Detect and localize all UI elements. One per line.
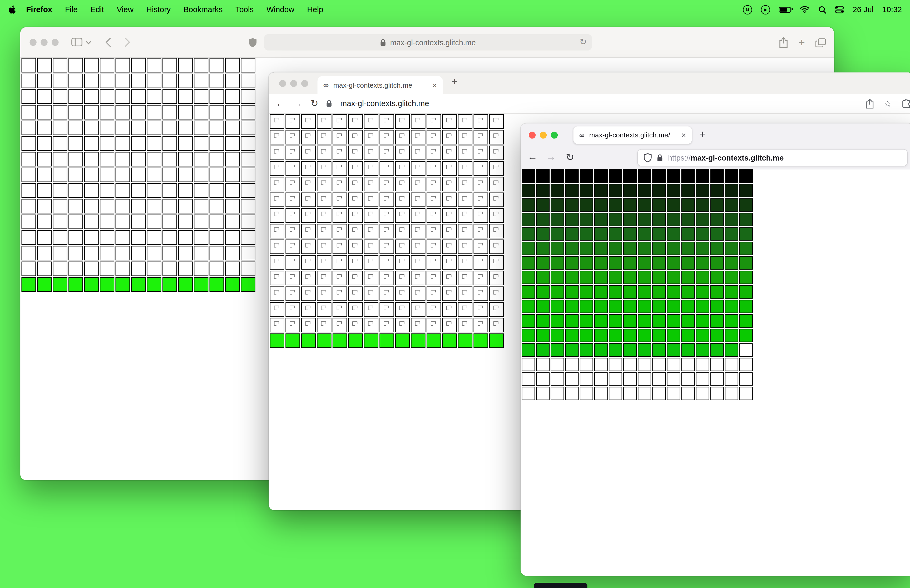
menu-help[interactable]: Help [301, 5, 330, 14]
reload-button[interactable]: ↻ [310, 98, 318, 109]
privacy-shield-icon[interactable] [248, 38, 257, 47]
canvas-cell [565, 256, 579, 270]
forward-button[interactable]: → [546, 151, 556, 163]
broken-image-icon [368, 243, 373, 248]
canvas-cell [225, 121, 239, 135]
tab-overview-button[interactable] [815, 38, 826, 47]
new-tab-button[interactable]: + [699, 128, 705, 140]
sidebar-chevron-button[interactable] [86, 41, 91, 44]
new-tab-button[interactable]: + [452, 75, 457, 87]
url-bar[interactable]: max-gl-contexts.glitch.me ↻ [264, 34, 592, 50]
play-icon[interactable]: ▶ [761, 5, 770, 14]
url-text: https://max-gl-contexts.glitch.me [668, 153, 784, 162]
zoom-window-button[interactable] [551, 132, 558, 139]
forward-button[interactable] [125, 38, 130, 47]
extensions-puzzle-icon[interactable] [902, 99, 910, 108]
minimize-window-button[interactable] [540, 132, 546, 139]
menu-file[interactable]: File [59, 5, 84, 14]
battery-icon[interactable] [779, 6, 791, 12]
minimize-window-button[interactable] [40, 39, 47, 46]
wifi-icon[interactable] [800, 6, 810, 13]
menu-bar-time[interactable]: 10:32 [883, 5, 902, 14]
browser-tab[interactable]: ∞ max-gl-contexts.glitch.me × [318, 76, 443, 94]
back-button[interactable]: ← [528, 151, 537, 163]
zoom-window-button[interactable] [301, 80, 308, 87]
bookmark-star-button[interactable]: ☆ [884, 98, 892, 109]
sidebar-toggle-button[interactable] [71, 38, 82, 46]
canvas-cell [68, 136, 83, 151]
canvas-cell [522, 271, 535, 284]
lock-icon[interactable] [327, 100, 332, 107]
zoom-window-button[interactable] [52, 39, 58, 46]
app-menu-firefox[interactable]: Firefox [20, 5, 59, 14]
broken-image-icon [478, 228, 483, 232]
reload-button[interactable]: ↻ [580, 37, 587, 47]
menu-window[interactable]: Window [260, 5, 301, 14]
reload-button[interactable]: ↻ [566, 151, 574, 163]
canvas-cell [609, 358, 622, 371]
lock-icon[interactable] [657, 154, 663, 162]
canvas-cell [364, 302, 378, 317]
canvas-cell [317, 192, 331, 207]
broken-image-icon [478, 118, 483, 123]
apple-menu[interactable] [8, 5, 16, 14]
canvas-cell [594, 358, 608, 371]
canvas-cell [395, 271, 410, 285]
broken-image-icon [399, 196, 404, 201]
menu-bookmarks[interactable]: Bookmarks [177, 5, 229, 14]
close-window-button[interactable] [529, 132, 535, 139]
close-window-button[interactable] [279, 80, 286, 87]
canvas-cell [68, 262, 83, 276]
canvas-cell [241, 58, 255, 73]
back-button[interactable]: ← [276, 98, 285, 109]
broken-image-icon [305, 180, 310, 185]
canvas-cell [194, 215, 208, 229]
canvas-cell [594, 285, 608, 299]
canvas-cell [681, 256, 695, 270]
back-button[interactable] [105, 38, 111, 47]
url-text[interactable]: max-gl-contexts.glitch.me [340, 99, 429, 108]
canvas-cell [489, 302, 504, 317]
share-button[interactable] [779, 37, 788, 48]
close-tab-button[interactable]: × [432, 80, 437, 89]
tracking-shield-icon[interactable] [643, 153, 652, 162]
canvas-cell [270, 114, 284, 129]
canvas-cell [68, 89, 83, 104]
share-icon [865, 98, 874, 109]
menu-bar-date[interactable]: 26 Jul [853, 5, 873, 14]
share-button[interactable] [865, 98, 874, 109]
grammarly-icon[interactable]: G [743, 5, 752, 14]
canvas-cell [696, 242, 710, 255]
safari-toolbar-right: + [779, 37, 826, 48]
new-tab-button[interactable]: + [798, 38, 805, 47]
canvas-cell [623, 329, 637, 342]
url-bar[interactable]: https://max-gl-contexts.glitch.me [638, 150, 907, 166]
menu-edit[interactable]: Edit [84, 5, 110, 14]
browser-tab[interactable]: ∞ max-gl-contexts.glitch.me/ × [574, 126, 692, 144]
canvas-cell [522, 169, 535, 183]
broken-image-icon [336, 149, 342, 154]
menu-tools[interactable]: Tools [229, 5, 260, 14]
broken-image-icon [384, 228, 389, 232]
url-scheme: https:// [668, 153, 691, 162]
control-center-icon[interactable] [835, 6, 844, 13]
forward-button[interactable]: → [293, 98, 302, 109]
minimize-window-button[interactable] [290, 80, 297, 87]
canvas-cell [652, 198, 666, 212]
canvas-cell [458, 130, 472, 144]
chevron-left-icon [105, 38, 111, 47]
canvas-cell [364, 271, 378, 285]
canvas-cell [395, 145, 410, 160]
broken-image-icon [446, 259, 452, 263]
close-tab-button[interactable]: × [681, 131, 686, 140]
canvas-cell [395, 161, 410, 176]
menu-history[interactable]: History [140, 5, 177, 14]
canvas-cell [116, 183, 130, 198]
menu-view[interactable]: View [110, 5, 140, 14]
canvas-cell [565, 169, 579, 183]
canvas-cell [565, 343, 579, 357]
canvas-cell [458, 302, 472, 317]
close-window-button[interactable] [29, 39, 36, 46]
search-icon[interactable] [818, 5, 826, 14]
canvas-cell [22, 246, 36, 260]
